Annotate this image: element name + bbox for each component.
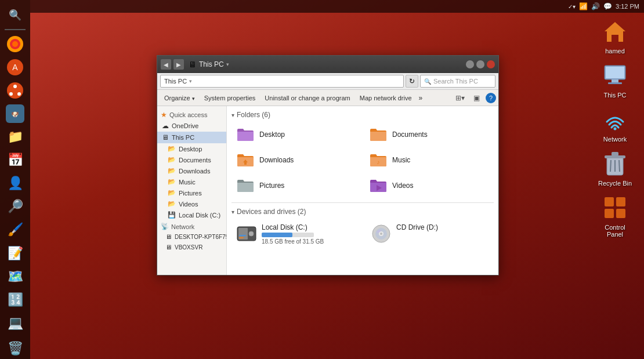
help-button[interactable]: ? xyxy=(486,93,496,103)
svg-rect-19 xyxy=(612,152,618,156)
desktop-sidebar-icon: 📂 xyxy=(168,145,176,153)
address-dropdown-icon[interactable]: ▾ xyxy=(189,78,192,84)
svg-text:🐶: 🐶 xyxy=(11,110,19,118)
sidebar-item-videos[interactable]: 📂 Videos xyxy=(157,198,226,209)
taskbar-people-icon[interactable]: 👤 xyxy=(3,173,27,194)
svg-rect-23 xyxy=(605,197,614,206)
sidebar-item-vboxsvr[interactable]: 🖥 VBOXSVR xyxy=(157,242,226,252)
forward-button[interactable]: ▶ xyxy=(173,59,184,70)
svg-point-16 xyxy=(614,128,617,130)
sidebar-network-header: 📡 Network xyxy=(157,220,226,231)
view-options-button[interactable]: ⊞▾ xyxy=(453,92,467,104)
taskbar-terminal-icon[interactable]: 💻 xyxy=(3,313,27,333)
system-tray: ✓▾ 📶 🔊 💬 3:12 PM xyxy=(568,2,639,10)
sidebar-item-documents[interactable]: 📂 Documents xyxy=(157,154,226,165)
documents-sidebar-label: Documents xyxy=(179,157,211,164)
drives-row: Local Disk (C:) 18.5 GB free of 31.5 GB xyxy=(231,220,494,248)
drives-section-label: Devices and drives (2) xyxy=(237,208,306,216)
local-disk-sidebar-icon: 💾 xyxy=(168,211,176,219)
tray-chat-icon[interactable]: 💬 xyxy=(603,2,612,10)
taskbar-paint-icon[interactable]: 🖌️ xyxy=(3,219,27,240)
taskbar-calculator-icon[interactable]: 🔢 xyxy=(3,289,27,310)
pictures-sidebar-icon: 📂 xyxy=(168,189,176,197)
desktop-folder-icon xyxy=(236,126,255,143)
folders-section-label: Folders (6) xyxy=(237,111,270,119)
sidebar-item-desktop-kpt6f75[interactable]: 🖥 DESKTOP-KPT6F75 xyxy=(157,231,226,242)
folders-section-header: ▾ Folders (6) xyxy=(231,111,494,119)
sidebar-item-pictures[interactable]: 📂 Pictures xyxy=(157,187,226,198)
taskbar-files-icon[interactable]: 📁 xyxy=(3,126,27,147)
sidebar-item-downloads[interactable]: 📂 Downloads xyxy=(157,165,226,176)
tray-volume-icon[interactable]: 🔊 xyxy=(591,2,600,10)
desktop-icon-network[interactable]: Network xyxy=(592,106,638,143)
map-network-button[interactable]: Map network drive xyxy=(355,92,417,104)
svg-rect-13 xyxy=(606,67,624,78)
folder-downloads[interactable]: Downloads xyxy=(231,149,361,171)
taskbar-ubuntu-icon[interactable] xyxy=(3,80,27,101)
desktop-sidebar-label: Desktop xyxy=(179,146,202,153)
sidebar-item-desktop[interactable]: 📂 Desktop xyxy=(157,143,226,154)
folders-toggle-icon[interactable]: ▾ xyxy=(231,112,234,118)
search-bar[interactable]: 🔍 Search This PC xyxy=(420,75,495,88)
svg-point-7 xyxy=(9,92,13,96)
taskbar-software-icon[interactable]: A xyxy=(3,57,27,78)
address-bar[interactable]: This PC ▾ xyxy=(160,75,404,88)
desktop-icon-control-panel[interactable]: ControlPanel xyxy=(592,194,638,238)
taskbar-calendar-icon[interactable]: 📅 xyxy=(3,150,27,171)
folder-documents[interactable]: Documents xyxy=(364,124,494,146)
svg-rect-32 xyxy=(249,231,254,236)
back-button[interactable]: ◀ xyxy=(161,59,171,70)
drive-local-disk[interactable]: Local Disk (C:) 18.5 GB free of 31.5 GB xyxy=(231,220,359,248)
desktop-icon-this-pc[interactable]: This PC xyxy=(592,61,638,99)
taskbar-gimp-icon[interactable]: 🐶 xyxy=(3,103,27,124)
drive-cd[interactable]: CD Drive (D:) xyxy=(366,220,494,248)
refresh-button[interactable]: ↻ xyxy=(406,75,418,88)
taskbar-trash-icon[interactable]: 🗑️ xyxy=(3,338,27,359)
this-pc-sidebar-icon: 🖥 xyxy=(162,133,169,142)
window-title: This PC xyxy=(199,60,224,68)
desktop-icon-recycle-bin[interactable]: Recycle Bin xyxy=(592,150,638,187)
sidebar-item-onedrive[interactable]: ☁ OneDrive xyxy=(157,120,226,132)
folder-desktop[interactable]: Desktop xyxy=(231,124,361,146)
sidebar-item-music[interactable]: 📂 Music xyxy=(157,176,226,187)
this-pc-icon xyxy=(601,61,629,89)
minimize-button[interactable] xyxy=(466,60,474,68)
folder-pictures[interactable]: Pictures xyxy=(231,175,361,197)
title-bar: ◀ ▶ 🖥 This PC ▾ xyxy=(157,56,498,73)
organize-button[interactable]: Organize ▾ xyxy=(160,92,200,104)
svg-marker-11 xyxy=(605,22,625,42)
network-sidebar-label: Network xyxy=(171,223,194,230)
maximize-button[interactable] xyxy=(476,60,484,68)
taskbar-magnifier-icon[interactable]: 🔎 xyxy=(3,196,27,217)
folder-music[interactable]: ♪ Music xyxy=(364,149,494,171)
svg-text:♪: ♪ xyxy=(377,159,380,165)
videos-sidebar-icon: 📂 xyxy=(168,200,176,208)
network-label: Network xyxy=(603,136,627,143)
desktop-icon-hamed[interactable]: hamed xyxy=(592,17,638,55)
system-properties-button[interactable]: System properties xyxy=(200,92,261,104)
cd-drive-name: CD Drive (D:) xyxy=(396,223,438,231)
close-button[interactable] xyxy=(487,60,495,68)
sidebar-item-local-disk[interactable]: 💾 Local Disk (C:) xyxy=(157,209,226,220)
tray-network-icon[interactable]: 📶 xyxy=(579,2,588,10)
taskbar-firefox-icon[interactable] xyxy=(3,34,27,55)
quick-access-icon: ★ xyxy=(161,111,167,119)
taskbar-notes-icon[interactable]: 📝 xyxy=(3,243,27,264)
taskbar-search-icon[interactable]: 🔍 xyxy=(3,5,27,26)
downloads-sidebar-label: Downloads xyxy=(179,168,210,175)
organize-dropdown-icon: ▾ xyxy=(192,96,195,101)
videos-sidebar-label: Videos xyxy=(179,201,198,208)
svg-text:A: A xyxy=(12,63,18,72)
svg-rect-34 xyxy=(239,237,244,238)
sidebar-item-this-pc[interactable]: 🖥 This PC xyxy=(157,132,226,143)
drives-toggle-icon[interactable]: ▾ xyxy=(231,209,234,215)
taskbar-maps-icon[interactable]: 🗺️ xyxy=(3,266,27,287)
details-pane-button[interactable]: ▣ xyxy=(469,92,483,104)
downloads-folder-icon xyxy=(236,152,255,168)
uninstall-button[interactable]: Uninstall or change a program xyxy=(260,92,354,104)
desktop-icons: hamed This PC Network xyxy=(592,17,638,238)
folder-videos[interactable]: Videos xyxy=(364,175,494,197)
toolbar-more-button[interactable]: » xyxy=(417,94,425,102)
title-dropdown-icon[interactable]: ▾ xyxy=(226,60,234,68)
music-sidebar-icon: 📂 xyxy=(168,178,176,186)
